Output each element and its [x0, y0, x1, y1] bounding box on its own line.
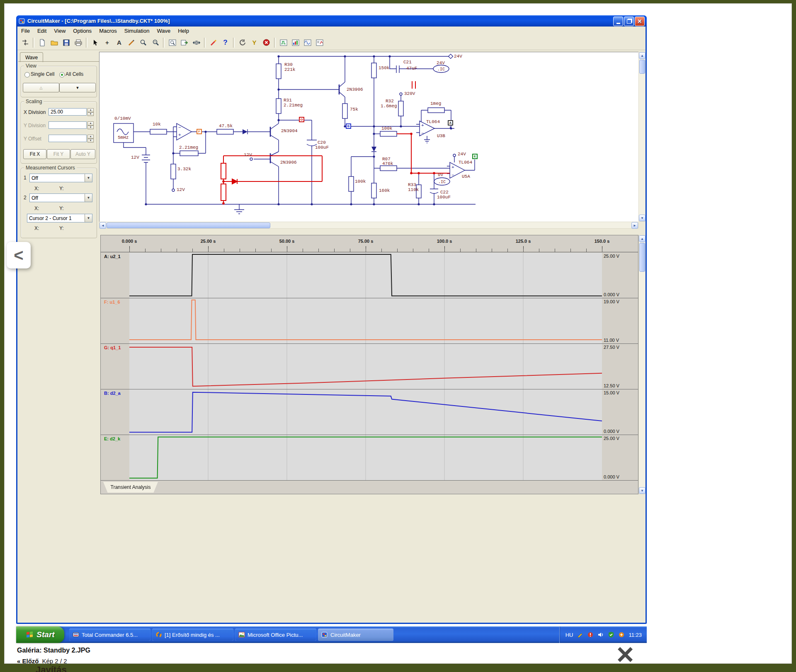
cursor1-select[interactable]: Off ▼	[29, 174, 92, 182]
chart-mixed-icon[interactable]	[313, 36, 325, 48]
waveform-pane[interactable]: E: d2_k25.00 V0.000 V	[101, 435, 638, 481]
y-offset-spinner[interactable]: ▲▼	[87, 135, 94, 143]
gallery-prev-link[interactable]: « Előző	[17, 657, 39, 665]
schematic-canvas[interactable]: −+ +− +− .IC .IC 24VR30221k150kC2147uF24…	[99, 52, 639, 222]
chart-digital-icon[interactable]	[277, 36, 289, 48]
wave-down-button[interactable]: ▼	[59, 83, 96, 92]
zoom-icon[interactable]	[149, 36, 161, 48]
cursor-diff-select[interactable]: Cursor 2 - Cursor 1 ▼	[27, 214, 92, 222]
menu-macros[interactable]: Macros	[95, 27, 121, 35]
reset-icon[interactable]	[236, 36, 248, 48]
minimize-button[interactable]	[613, 17, 623, 26]
stop-icon[interactable]	[260, 36, 272, 48]
probe-y-icon[interactable]: Y	[248, 36, 260, 48]
menu-options[interactable]: Options	[69, 27, 95, 35]
scroll-right-icon[interactable]: ►	[631, 222, 638, 229]
chevron-down-icon[interactable]: ▼	[85, 174, 92, 182]
probe-marker-b[interactable]: B	[346, 123, 351, 129]
menu-view[interactable]: View	[50, 27, 69, 35]
chevron-down-icon[interactable]: ▼	[85, 214, 92, 222]
menu-simulation[interactable]: Simulation	[121, 27, 153, 35]
hscroll-thumb[interactable]	[107, 222, 270, 228]
trace-name[interactable]: A: u2_1	[104, 254, 121, 259]
chart-analyses-icon[interactable]	[289, 36, 301, 48]
probe-marker-f[interactable]: F	[197, 129, 202, 134]
new-file-icon[interactable]	[36, 36, 48, 48]
wave-up-button[interactable]: △	[23, 83, 59, 92]
page-export-icon[interactable]	[178, 36, 190, 48]
text-tool-icon[interactable]: A	[113, 36, 125, 48]
tray-shield-icon[interactable]	[608, 631, 614, 638]
probe-tool-icon[interactable]	[207, 36, 219, 48]
waveform-pane[interactable]: A: u2_125.00 V0.000 V	[101, 253, 638, 298]
trace-name[interactable]: B: d2_a	[104, 391, 121, 396]
probe-marker-g[interactable]: G	[299, 117, 304, 122]
waveform-pane[interactable]: G: q1_127.50 V12.50 V	[101, 344, 638, 389]
chart-scope-icon[interactable]	[301, 36, 313, 48]
menu-help[interactable]: Help	[174, 27, 193, 35]
probe-marker-a[interactable]: A	[448, 120, 453, 126]
chevron-down-icon[interactable]: ▼	[85, 194, 92, 202]
gallery-back-button[interactable]: <	[7, 242, 31, 268]
scroll-up-icon[interactable]: ▲	[639, 235, 646, 242]
vscroll-thumb[interactable]	[639, 243, 645, 272]
waveform-vscrollbar[interactable]: ▲ ▼	[638, 235, 646, 494]
save-icon[interactable]	[60, 36, 72, 48]
scroll-up-icon[interactable]: ▲	[639, 52, 646, 59]
menu-bar: File Edit View Options Macros Simulation…	[17, 27, 646, 36]
vscroll-thumb[interactable]	[639, 60, 645, 74]
restore-button[interactable]	[624, 17, 634, 26]
swap-wires-icon[interactable]	[19, 36, 31, 48]
tray-alert-icon[interactable]	[587, 631, 594, 638]
waveform-pane[interactable]: B: d2_a15.00 V0.000 V	[101, 389, 638, 435]
schematic-hscrollbar[interactable]: ◄ ►	[99, 222, 638, 229]
help-icon[interactable]: ?	[219, 36, 231, 48]
x-division-input[interactable]: 25.00	[49, 108, 87, 116]
title-bar[interactable]: CircuitMaker - [C:\Program Files\...\Sta…	[16, 15, 647, 27]
x-division-spinner[interactable]: ▲▼	[87, 108, 94, 116]
radio-all-cells[interactable]	[59, 72, 65, 77]
taskbar-button-picture-manager[interactable]: Microsoft Office Pictu...	[235, 628, 316, 641]
menu-file[interactable]: File	[17, 27, 34, 35]
menu-wave[interactable]: Wave	[153, 27, 174, 35]
taskbar-button-circuitmaker[interactable]: CircuitMaker	[318, 628, 393, 641]
fit-x-button[interactable]: Fit X	[23, 149, 46, 159]
y-division-input[interactable]	[49, 121, 87, 129]
trace-name[interactable]: E: d2_k	[104, 436, 120, 441]
scroll-down-icon[interactable]: ▼	[639, 487, 646, 494]
trace-name[interactable]: G: q1_1	[104, 345, 121, 350]
cursor-tool-icon[interactable]	[89, 36, 101, 48]
menu-edit[interactable]: Edit	[34, 27, 50, 35]
start-button[interactable]: Start	[16, 626, 64, 643]
trace-name[interactable]: F: u1_6	[104, 300, 120, 305]
scroll-down-icon[interactable]: ▼	[639, 215, 646, 221]
open-folder-icon[interactable]	[48, 36, 60, 48]
probe-marker-e[interactable]: E	[472, 154, 478, 159]
taskbar-button-total-commander[interactable]: Total Commander 6.5...	[69, 628, 150, 641]
tray-pen-icon[interactable]	[577, 631, 583, 638]
y-offset-input[interactable]	[49, 135, 87, 142]
zoom-area-icon[interactable]	[137, 36, 149, 48]
zoom-page-icon[interactable]	[166, 36, 178, 48]
tray-volume-icon[interactable]	[597, 631, 604, 638]
taskbar-button-browser[interactable]: [1] Erősítő mindig és ...	[152, 628, 233, 641]
total-commander-icon	[73, 631, 79, 638]
schematic-vscrollbar[interactable]: ▲ ▼	[638, 52, 646, 222]
tab-wave[interactable]: Wave	[20, 52, 43, 62]
gallery-close-button[interactable]: ×	[611, 641, 640, 667]
waveform-viewer[interactable]: 0.000 s25.00 s50.00 s75.00 s100.0 s125.0…	[100, 235, 638, 494]
tab-transient-analysis[interactable]: Transient Analysis	[103, 482, 158, 493]
pan-icon[interactable]	[190, 36, 202, 48]
close-button[interactable]: ✕	[635, 17, 645, 26]
y-division-spinner[interactable]: ▲▼	[87, 121, 94, 129]
cursor2-select[interactable]: Off ▼	[29, 193, 92, 202]
fit-y-button[interactable]: Fit Y	[47, 149, 70, 159]
wire-pen-icon[interactable]	[125, 36, 137, 48]
auto-y-button[interactable]: Auto Y	[70, 149, 95, 159]
waveform-pane[interactable]: F: u1_619.00 V11.00 V	[101, 298, 638, 344]
scroll-left-icon[interactable]: ◄	[100, 222, 106, 229]
place-part-icon[interactable]: +	[101, 36, 113, 48]
language-indicator[interactable]: HU	[565, 632, 573, 638]
print-icon[interactable]	[72, 36, 84, 48]
radio-single-cell[interactable]	[24, 72, 30, 77]
